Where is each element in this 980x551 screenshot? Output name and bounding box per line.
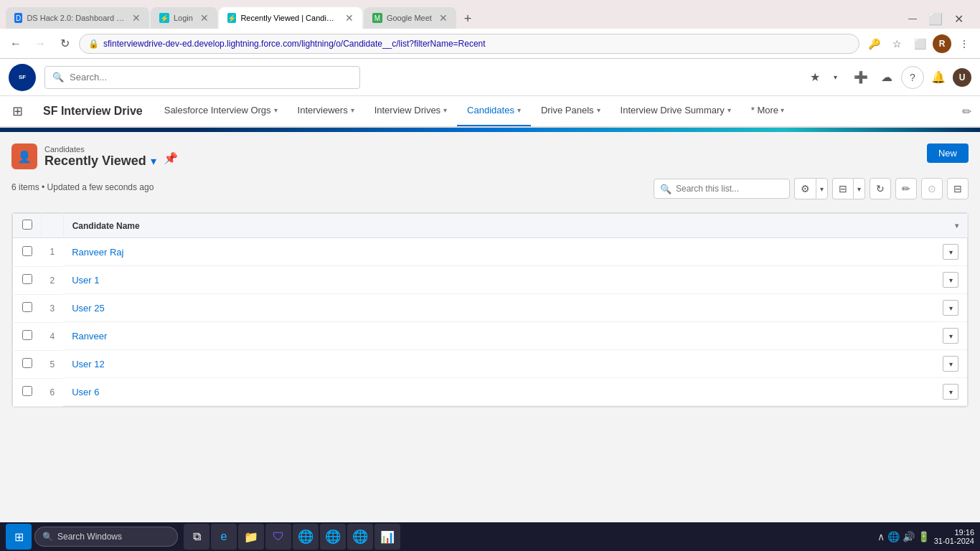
back-button[interactable]: ← — [6, 34, 26, 54]
row-checkbox-1[interactable] — [22, 274, 32, 284]
nav-item-interviewers[interactable]: Interviewers ▾ — [288, 96, 364, 127]
favorites-dropdown[interactable]: ▾ — [824, 66, 847, 89]
user-avatar[interactable]: U — [953, 68, 971, 87]
sound-icon[interactable]: 🔊 — [903, 531, 915, 542]
network-icon[interactable]: 🌐 — [887, 531, 900, 542]
profile-avatar[interactable]: R — [933, 34, 951, 53]
table-view-dropdown-arrow[interactable]: ▾ — [853, 178, 865, 199]
candidate-link-0[interactable]: Ranveer Raj — [72, 247, 123, 258]
nav-item-more[interactable]: * More ▾ — [741, 96, 794, 127]
reload-button[interactable]: ↻ — [55, 34, 75, 54]
table-view-button[interactable]: ⊟ — [832, 178, 853, 199]
search-list-box[interactable]: 🔍 — [654, 179, 790, 199]
cloud-icon[interactable]: ☁ — [875, 66, 898, 89]
close-button[interactable]: ✕ — [948, 9, 969, 29]
edge-icon[interactable]: e — [211, 524, 237, 550]
maximize-button[interactable]: ⬜ — [925, 9, 946, 29]
row-checkbox-cell[interactable] — [13, 294, 42, 322]
chart-button[interactable]: ⊙ — [921, 178, 943, 199]
row-checkbox-cell[interactable] — [13, 350, 42, 378]
chrome2-icon[interactable]: 🌐 — [320, 524, 346, 550]
search-list-input[interactable] — [676, 184, 783, 194]
tab-label-1: DS Hack 2.0: Dashboard | Devfc... — [27, 14, 125, 22]
list-title: Recently Viewed ▾ — [44, 154, 156, 169]
pin-icon[interactable]: 📌 — [164, 151, 178, 165]
nav-edit-icon[interactable]: ✏ — [953, 105, 980, 118]
candidate-link-2[interactable]: User 25 — [72, 303, 105, 314]
edit-columns-button[interactable]: ✏ — [895, 178, 917, 199]
browser-tab-3[interactable]: ⚡ Recently Viewed | Candidates | ✕ — [219, 7, 362, 29]
global-search-input[interactable] — [70, 72, 352, 83]
col-header-checkbox[interactable] — [13, 214, 42, 238]
app7-icon[interactable]: 📊 — [374, 524, 400, 550]
candidate-link-1[interactable]: User 1 — [72, 275, 99, 286]
row-checkbox-4[interactable] — [22, 358, 32, 368]
tab-close-2[interactable]: ✕ — [200, 12, 209, 24]
taskbar-search[interactable]: 🔍 Search Windows — [34, 527, 178, 547]
app-logo[interactable]: SF — [9, 64, 36, 91]
taskbar-apps: ⧉ e 📁 🛡 🌐 🌐 🌐 📊 — [184, 524, 400, 550]
row-checkbox-cell[interactable] — [13, 266, 42, 294]
add-icon[interactable]: ➕ — [849, 66, 872, 89]
gear-dropdown-arrow[interactable]: ▾ — [816, 178, 828, 199]
row-checkbox-0[interactable] — [22, 246, 32, 256]
taskbar-up-icon[interactable]: ∧ — [877, 531, 885, 542]
window-split-icon[interactable]: ⬜ — [910, 34, 930, 54]
tab-label-2: Login — [174, 14, 193, 22]
nav-item-drive-panels[interactable]: Drive Panels ▾ — [531, 96, 611, 127]
nav-item-salesforce-interview-orgs[interactable]: Salesforce Interview Orgs ▾ — [154, 96, 288, 127]
nav-item-interview-drives[interactable]: Interview Drives ▾ — [364, 96, 457, 127]
global-search-box[interactable]: 🔍 — [44, 66, 360, 89]
address-field[interactable]: 🔒 sfinterviewdrive-dev-ed.develop.lightn… — [79, 34, 859, 54]
list-title-dropdown[interactable]: ▾ — [151, 154, 156, 168]
row-checkbox-3[interactable] — [22, 330, 32, 340]
row-checkbox-5[interactable] — [22, 386, 32, 396]
candidate-link-4[interactable]: User 12 — [72, 359, 105, 369]
row-action-dropdown-3[interactable]: ▾ — [943, 328, 958, 344]
start-button[interactable]: ⊞ — [6, 524, 32, 550]
filter-button[interactable]: ⊟ — [947, 178, 969, 199]
tab-close-3[interactable]: ✕ — [345, 12, 354, 24]
nav-item-interview-drive-summary[interactable]: Interview Drive Summary ▾ — [611, 96, 741, 127]
notification-icon[interactable]: 🔔 — [927, 66, 950, 89]
col-header-candidate-name[interactable]: Candidate Name ▾ — [63, 214, 967, 238]
browser-tab-1[interactable]: D DS Hack 2.0: Dashboard | Devfc... ✕ — [6, 7, 149, 29]
nav-item-candidates[interactable]: Candidates ▾ — [457, 96, 531, 127]
row-checkbox-cell[interactable] — [13, 238, 42, 267]
taskbar-clock[interactable]: 19:16 31-01-2024 — [934, 528, 974, 545]
task-view-button[interactable]: ⧉ — [184, 524, 209, 550]
candidate-link-5[interactable]: User 6 — [72, 387, 99, 397]
row-action-dropdown-0[interactable]: ▾ — [943, 244, 958, 260]
row-action-dropdown-1[interactable]: ▾ — [943, 272, 958, 288]
browser-tab-2[interactable]: ⚡ Login ✕ — [151, 7, 217, 29]
row-checkbox-cell[interactable] — [13, 322, 42, 350]
select-all-checkbox[interactable] — [22, 220, 32, 230]
forward-button[interactable]: → — [30, 34, 50, 54]
new-tab-button[interactable]: + — [458, 9, 478, 29]
gear-button[interactable]: ⚙ — [794, 178, 816, 199]
browser-tab-4[interactable]: M Google Meet ✕ — [364, 7, 456, 29]
row-action-dropdown-2[interactable]: ▾ — [943, 300, 958, 316]
row-action-dropdown-4[interactable]: ▾ — [943, 356, 958, 372]
file-explorer-icon[interactable]: 📁 — [238, 524, 264, 550]
shield-icon[interactable]: 🛡 — [265, 524, 291, 550]
refresh-button[interactable]: ↻ — [870, 178, 891, 199]
tab-favicon-3: ⚡ — [227, 13, 236, 23]
bookmark-icon[interactable]: ☆ — [887, 34, 907, 54]
chrome-icon[interactable]: 🌐 — [293, 524, 319, 550]
battery-icon[interactable]: 🔋 — [918, 531, 930, 542]
row-checkbox-cell[interactable] — [13, 378, 42, 407]
new-button[interactable]: New — [927, 143, 969, 163]
tab-close-4[interactable]: ✕ — [439, 12, 448, 24]
help-icon[interactable]: ? — [901, 66, 924, 89]
nav-chevron-5: ▾ — [727, 106, 731, 114]
tab-close-1[interactable]: ✕ — [132, 12, 141, 24]
minimize-button[interactable]: — — [903, 9, 923, 29]
grid-icon[interactable]: ⊞ — [6, 100, 29, 123]
row-checkbox-2[interactable] — [22, 302, 32, 312]
browser-settings-icon[interactable]: ⋮ — [954, 34, 974, 54]
row-action-dropdown-5[interactable]: ▾ — [943, 384, 958, 400]
chrome3-icon[interactable]: 🌐 — [347, 524, 373, 550]
candidate-link-3[interactable]: Ranveer — [72, 331, 107, 342]
key-icon[interactable]: 🔑 — [864, 34, 884, 54]
